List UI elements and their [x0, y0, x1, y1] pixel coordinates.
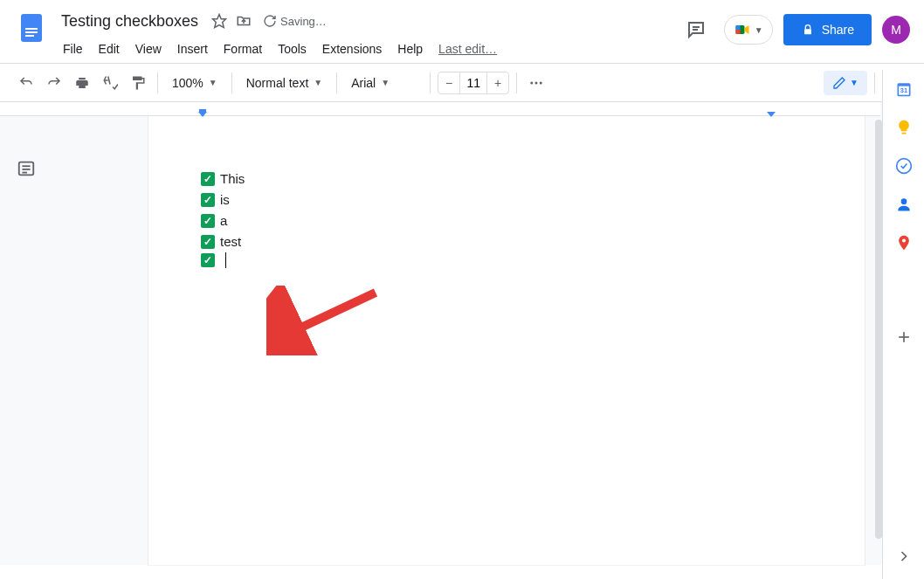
ruler[interactable]	[0, 102, 880, 116]
menu-insert[interactable]: Insert	[170, 38, 215, 59]
chevron-down-icon: ▼	[755, 25, 763, 35]
svg-rect-14	[199, 109, 206, 112]
meet-icon	[734, 21, 751, 38]
checklist-item[interactable]: test	[201, 231, 812, 252]
paint-format-button[interactable]	[126, 71, 150, 95]
toolbar-separator	[231, 72, 232, 93]
svg-text:31: 31	[900, 86, 907, 94]
keep-icon[interactable]	[895, 119, 913, 136]
star-icon[interactable]	[210, 12, 228, 30]
vertical-scrollbar[interactable]	[875, 120, 882, 539]
saving-label: Saving…	[280, 15, 327, 28]
menu-view[interactable]: View	[128, 38, 169, 59]
lock-icon	[801, 23, 815, 37]
title-row: Testing checkboxes Saving…	[56, 7, 679, 35]
cloud-sync-icon	[263, 14, 277, 28]
svg-marker-16	[767, 112, 776, 117]
collapse-sidebar-icon[interactable]	[895, 548, 913, 565]
toolbar-separator	[157, 72, 158, 93]
redo-button[interactable]	[42, 71, 66, 95]
chevron-down-icon: ▼	[314, 78, 322, 87]
svg-rect-10	[804, 29, 811, 34]
checkbox-checked-icon[interactable]	[201, 235, 215, 249]
editing-mode-button[interactable]: ▼	[824, 71, 867, 95]
svg-point-13	[540, 81, 542, 84]
toolbar: 100% ▼ Normal text ▼ Arial ▼ − + ▼	[0, 64, 924, 102]
zoom-value: 100%	[172, 76, 203, 90]
svg-marker-15	[198, 112, 207, 117]
right-sidebar: 31	[882, 70, 924, 579]
outline-button[interactable]	[12, 155, 40, 183]
font-select[interactable]: Arial ▼	[344, 72, 423, 93]
spellcheck-button[interactable]	[98, 71, 122, 95]
style-select[interactable]: Normal text ▼	[239, 72, 329, 93]
svg-rect-9	[735, 30, 740, 34]
menu-file[interactable]: File	[56, 38, 90, 59]
document-page[interactable]: This is a test	[148, 116, 865, 565]
style-value: Normal text	[246, 76, 309, 90]
svg-point-28	[901, 238, 905, 242]
menu-format[interactable]: Format	[217, 38, 269, 59]
avatar[interactable]: M	[882, 16, 910, 44]
zoom-select[interactable]: 100% ▼	[165, 72, 224, 93]
font-value: Arial	[351, 76, 376, 90]
more-tools-button[interactable]	[524, 71, 548, 95]
checklist-item-text[interactable]: test	[220, 231, 241, 252]
chevron-down-icon: ▼	[850, 78, 858, 87]
menu-help[interactable]: Help	[390, 38, 430, 59]
ruler-right-indent-marker[interactable]	[766, 109, 776, 118]
checklist: This is a test	[201, 169, 812, 268]
svg-rect-1	[25, 28, 38, 30]
pencil-icon	[832, 76, 846, 90]
svg-point-26	[896, 159, 911, 174]
svg-point-27	[900, 198, 907, 204]
menu-edit[interactable]: Edit	[92, 38, 127, 59]
font-size-increase[interactable]: +	[487, 72, 508, 93]
calendar-icon[interactable]: 31	[895, 80, 913, 98]
svg-point-12	[535, 81, 538, 84]
checkbox-checked-icon[interactable]	[201, 214, 215, 228]
menu-extensions[interactable]: Extensions	[315, 38, 389, 59]
menu-bar: File Edit View Insert Format Tools Exten…	[56, 37, 679, 61]
checklist-item[interactable]: a	[201, 210, 812, 231]
ruler-left-indent-marker[interactable]	[197, 109, 208, 118]
checkbox-checked-icon[interactable]	[201, 253, 215, 267]
maps-icon[interactable]	[895, 234, 913, 252]
menu-tools[interactable]: Tools	[271, 38, 314, 59]
left-sidebar	[0, 102, 52, 565]
meet-button[interactable]: ▼	[724, 15, 773, 45]
share-button[interactable]: Share	[783, 14, 872, 45]
checklist-item[interactable]	[201, 252, 812, 268]
svg-rect-8	[735, 25, 740, 30]
document-title[interactable]: Testing checkboxes	[56, 10, 203, 32]
checklist-item-text[interactable]: a	[220, 210, 227, 231]
svg-marker-4	[213, 15, 226, 28]
add-addon-icon[interactable]	[895, 328, 913, 346]
font-size-input[interactable]	[459, 72, 487, 93]
tasks-icon[interactable]	[895, 157, 913, 175]
comments-icon[interactable]	[679, 12, 714, 47]
checklist-item[interactable]: is	[201, 190, 812, 210]
canvas-area: This is a test	[0, 102, 924, 565]
toolbar-separator	[516, 72, 517, 93]
checklist-item-text[interactable]: is	[220, 190, 230, 210]
text-cursor	[225, 252, 226, 268]
checklist-item[interactable]: This	[201, 169, 812, 190]
print-button[interactable]	[70, 71, 94, 95]
undo-button[interactable]	[14, 71, 38, 95]
contacts-icon[interactable]	[895, 196, 913, 213]
move-folder-icon[interactable]	[235, 12, 252, 30]
chevron-down-icon: ▼	[381, 78, 390, 87]
docs-logo[interactable]	[14, 10, 49, 45]
app-header: Testing checkboxes Saving… File Edit Vie…	[0, 0, 924, 56]
checkbox-checked-icon[interactable]	[201, 172, 215, 186]
last-edit-link[interactable]: Last edit…	[438, 42, 497, 56]
checkbox-checked-icon[interactable]	[201, 193, 215, 207]
svg-rect-3	[25, 35, 34, 37]
checklist-item-text[interactable]: This	[220, 169, 245, 190]
svg-point-11	[530, 81, 533, 84]
toolbar-separator	[336, 72, 337, 93]
font-size-decrease[interactable]: −	[438, 72, 459, 93]
chevron-down-icon: ▼	[209, 78, 217, 87]
svg-rect-2	[25, 31, 38, 33]
